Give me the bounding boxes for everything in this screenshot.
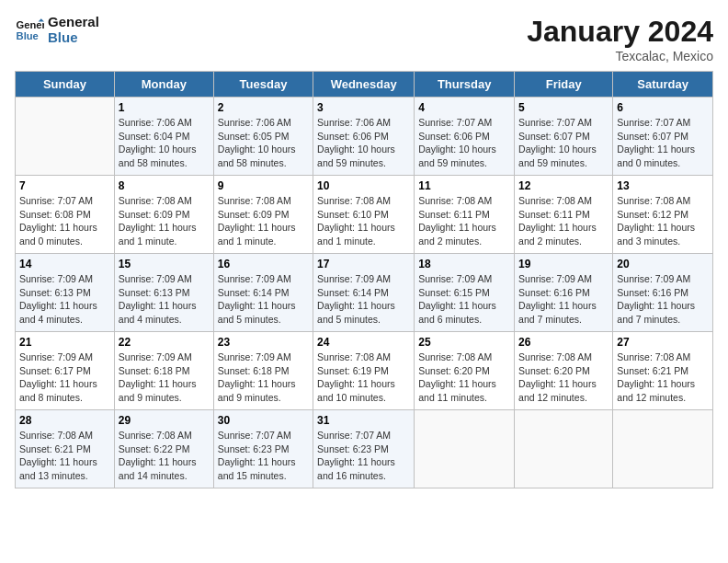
calendar-cell: 20Sunrise: 7:09 AM Sunset: 6:16 PM Dayli… [613, 254, 713, 332]
day-info: Sunrise: 7:09 AM Sunset: 6:14 PM Dayligh… [218, 272, 309, 327]
logo-icon: General Blue [15, 16, 44, 45]
day-number: 5 [518, 101, 609, 114]
weekday-header-sunday: Sunday [16, 72, 115, 98]
day-info: Sunrise: 7:08 AM Sunset: 6:09 PM Dayligh… [119, 194, 210, 248]
day-info: Sunrise: 7:09 AM Sunset: 6:16 PM Dayligh… [518, 272, 609, 327]
day-number: 1 [119, 101, 210, 114]
calendar-cell: 11Sunrise: 7:08 AM Sunset: 6:11 PM Dayli… [415, 176, 515, 254]
calendar-cell: 23Sunrise: 7:09 AM Sunset: 6:18 PM Dayli… [213, 332, 313, 410]
day-info: Sunrise: 7:06 AM Sunset: 6:05 PM Dayligh… [218, 116, 309, 170]
day-number: 27 [617, 336, 709, 349]
weekday-header-row: SundayMondayTuesdayWednesdayThursdayFrid… [16, 72, 713, 98]
day-info: Sunrise: 7:07 AM Sunset: 6:07 PM Dayligh… [518, 116, 609, 170]
calendar-cell: 13Sunrise: 7:08 AM Sunset: 6:12 PM Dayli… [613, 176, 713, 254]
day-info: Sunrise: 7:07 AM Sunset: 6:08 PM Dayligh… [19, 194, 110, 248]
day-number: 20 [617, 258, 709, 270]
calendar-cell [16, 98, 115, 176]
calendar-cell: 14Sunrise: 7:09 AM Sunset: 6:13 PM Dayli… [16, 254, 115, 332]
day-info: Sunrise: 7:08 AM Sunset: 6:21 PM Dayligh… [19, 429, 110, 483]
calendar-cell: 1Sunrise: 7:06 AM Sunset: 6:04 PM Daylig… [114, 98, 213, 176]
day-info: Sunrise: 7:09 AM Sunset: 6:16 PM Dayligh… [617, 272, 709, 327]
calendar-cell: 31Sunrise: 7:07 AM Sunset: 6:23 PM Dayli… [313, 410, 415, 488]
calendar-cell: 30Sunrise: 7:07 AM Sunset: 6:23 PM Dayli… [213, 410, 313, 488]
calendar-cell: 29Sunrise: 7:08 AM Sunset: 6:22 PM Dayli… [114, 410, 213, 488]
day-number: 17 [317, 258, 410, 270]
weekday-header-tuesday: Tuesday [213, 72, 313, 98]
day-number: 23 [218, 336, 309, 349]
day-number: 6 [617, 101, 709, 114]
calendar-cell [613, 410, 713, 488]
calendar-week-row: 1Sunrise: 7:06 AM Sunset: 6:04 PM Daylig… [16, 98, 713, 176]
day-number: 22 [119, 336, 210, 349]
day-number: 24 [317, 336, 410, 349]
calendar-cell: 5Sunrise: 7:07 AM Sunset: 6:07 PM Daylig… [515, 98, 613, 176]
calendar-week-row: 7Sunrise: 7:07 AM Sunset: 6:08 PM Daylig… [16, 176, 713, 254]
calendar-cell: 2Sunrise: 7:06 AM Sunset: 6:05 PM Daylig… [213, 98, 313, 176]
calendar-cell [515, 410, 613, 488]
day-info: Sunrise: 7:08 AM Sunset: 6:09 PM Dayligh… [218, 194, 309, 248]
calendar-cell: 15Sunrise: 7:09 AM Sunset: 6:13 PM Dayli… [114, 254, 213, 332]
day-info: Sunrise: 7:07 AM Sunset: 6:23 PM Dayligh… [218, 429, 309, 483]
day-info: Sunrise: 7:09 AM Sunset: 6:18 PM Dayligh… [119, 350, 210, 405]
day-info: Sunrise: 7:08 AM Sunset: 6:12 PM Dayligh… [617, 194, 709, 248]
day-info: Sunrise: 7:06 AM Sunset: 6:04 PM Dayligh… [119, 116, 210, 170]
calendar-cell: 6Sunrise: 7:07 AM Sunset: 6:07 PM Daylig… [613, 98, 713, 176]
calendar-cell: 19Sunrise: 7:09 AM Sunset: 6:16 PM Dayli… [515, 254, 613, 332]
weekday-header-monday: Monday [114, 72, 213, 98]
day-info: Sunrise: 7:06 AM Sunset: 6:06 PM Dayligh… [317, 116, 410, 170]
calendar-table: SundayMondayTuesdayWednesdayThursdayFrid… [15, 71, 713, 488]
day-info: Sunrise: 7:09 AM Sunset: 6:18 PM Dayligh… [218, 350, 309, 405]
day-info: Sunrise: 7:09 AM Sunset: 6:14 PM Dayligh… [317, 272, 410, 327]
day-info: Sunrise: 7:08 AM Sunset: 6:19 PM Dayligh… [317, 350, 410, 405]
calendar-cell: 3Sunrise: 7:06 AM Sunset: 6:06 PM Daylig… [313, 98, 415, 176]
calendar-cell: 12Sunrise: 7:08 AM Sunset: 6:11 PM Dayli… [515, 176, 613, 254]
day-number: 3 [317, 101, 410, 114]
calendar-cell: 27Sunrise: 7:08 AM Sunset: 6:21 PM Dayli… [613, 332, 713, 410]
calendar-cell: 10Sunrise: 7:08 AM Sunset: 6:10 PM Dayli… [313, 176, 415, 254]
day-info: Sunrise: 7:08 AM Sunset: 6:11 PM Dayligh… [418, 194, 510, 248]
day-number: 9 [218, 179, 309, 192]
calendar-cell: 21Sunrise: 7:09 AM Sunset: 6:17 PM Dayli… [16, 332, 115, 410]
day-number: 26 [518, 336, 609, 349]
calendar-cell: 7Sunrise: 7:07 AM Sunset: 6:08 PM Daylig… [16, 176, 115, 254]
day-number: 2 [218, 101, 309, 114]
day-number: 18 [418, 258, 510, 270]
day-info: Sunrise: 7:09 AM Sunset: 6:13 PM Dayligh… [119, 272, 210, 327]
calendar-week-row: 28Sunrise: 7:08 AM Sunset: 6:21 PM Dayli… [16, 410, 713, 488]
day-number: 13 [617, 179, 709, 192]
day-number: 7 [19, 179, 110, 192]
calendar-week-row: 14Sunrise: 7:09 AM Sunset: 6:13 PM Dayli… [16, 254, 713, 332]
day-number: 25 [418, 336, 510, 349]
calendar-subtitle: Texcalac, Mexico [527, 49, 713, 63]
page-header: General Blue General Blue January 2024 T… [15, 15, 713, 63]
day-number: 4 [418, 101, 510, 114]
calendar-cell: 17Sunrise: 7:09 AM Sunset: 6:14 PM Dayli… [313, 254, 415, 332]
title-block: January 2024 Texcalac, Mexico [527, 15, 713, 63]
day-info: Sunrise: 7:09 AM Sunset: 6:15 PM Dayligh… [418, 272, 510, 327]
day-number: 14 [19, 258, 110, 270]
day-number: 31 [317, 414, 410, 427]
logo: General Blue General Blue [15, 15, 99, 45]
calendar-cell: 9Sunrise: 7:08 AM Sunset: 6:09 PM Daylig… [213, 176, 313, 254]
calendar-cell: 22Sunrise: 7:09 AM Sunset: 6:18 PM Dayli… [114, 332, 213, 410]
calendar-title: January 2024 [527, 15, 713, 49]
calendar-week-row: 21Sunrise: 7:09 AM Sunset: 6:17 PM Dayli… [16, 332, 713, 410]
weekday-header-saturday: Saturday [613, 72, 713, 98]
calendar-cell: 16Sunrise: 7:09 AM Sunset: 6:14 PM Dayli… [213, 254, 313, 332]
day-info: Sunrise: 7:08 AM Sunset: 6:11 PM Dayligh… [518, 194, 609, 248]
calendar-cell [415, 410, 515, 488]
day-number: 15 [119, 258, 210, 270]
day-number: 29 [119, 414, 210, 427]
calendar-cell: 8Sunrise: 7:08 AM Sunset: 6:09 PM Daylig… [114, 176, 213, 254]
weekday-header-thursday: Thursday [415, 72, 515, 98]
weekday-header-wednesday: Wednesday [313, 72, 415, 98]
day-number: 8 [119, 179, 210, 192]
day-info: Sunrise: 7:07 AM Sunset: 6:23 PM Dayligh… [317, 429, 410, 483]
calendar-cell: 25Sunrise: 7:08 AM Sunset: 6:20 PM Dayli… [415, 332, 515, 410]
calendar-cell: 26Sunrise: 7:08 AM Sunset: 6:20 PM Dayli… [515, 332, 613, 410]
day-info: Sunrise: 7:09 AM Sunset: 6:13 PM Dayligh… [19, 272, 110, 327]
day-info: Sunrise: 7:07 AM Sunset: 6:07 PM Dayligh… [617, 116, 709, 170]
day-info: Sunrise: 7:08 AM Sunset: 6:22 PM Dayligh… [119, 429, 210, 483]
day-number: 12 [518, 179, 609, 192]
calendar-cell: 18Sunrise: 7:09 AM Sunset: 6:15 PM Dayli… [415, 254, 515, 332]
